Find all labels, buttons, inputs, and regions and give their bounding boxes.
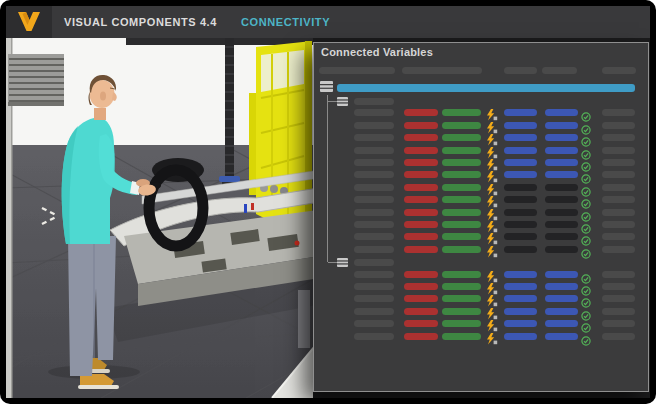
variable-name-pill <box>354 134 394 141</box>
server-row-bar[interactable] <box>337 84 635 92</box>
variable-name-pill <box>354 246 394 253</box>
variable-row[interactable] <box>314 306 648 318</box>
variable-row[interactable] <box>314 318 648 330</box>
ribbon-titlebar: VISUAL COMPONENTS 4.4 CONNECTIVITY <box>6 6 650 38</box>
server-value-pill <box>545 333 578 340</box>
lightning-bolt-icon <box>485 169 498 181</box>
update-value-pill <box>602 159 635 166</box>
variable-row[interactable] <box>314 194 648 206</box>
source-value-pill <box>404 308 438 315</box>
tab-connectivity[interactable]: CONNECTIVITY <box>241 16 330 28</box>
lightning-bolt-icon <box>485 157 498 169</box>
variable-row[interactable] <box>314 107 648 119</box>
update-value-pill <box>602 184 635 191</box>
simulation-value-pill <box>442 109 481 116</box>
server-value-pill <box>545 209 578 216</box>
simulation-value-pill <box>442 159 481 166</box>
variable-name-pill <box>354 196 394 203</box>
red-marker <box>295 241 300 246</box>
check-circle-icon <box>581 220 591 230</box>
variable-name-pill <box>354 184 394 191</box>
source-value-pill <box>404 295 438 302</box>
server-value-pill <box>545 171 578 178</box>
variable-row[interactable] <box>314 219 648 231</box>
variable-row[interactable] <box>314 231 648 243</box>
lightning-bolt-icon <box>485 331 498 343</box>
variable-row[interactable] <box>314 281 648 293</box>
variable-row[interactable] <box>314 293 648 305</box>
source-value-pill <box>404 320 438 327</box>
server-variable-pill <box>504 308 537 315</box>
variable-row[interactable] <box>314 182 648 194</box>
variable-group-icon[interactable] <box>337 258 348 267</box>
server-variable-pill <box>504 184 537 191</box>
table-leg <box>298 290 310 348</box>
simulation-value-pill <box>442 122 481 129</box>
variable-name-pill <box>354 320 394 327</box>
simulation-value-pill <box>442 147 481 154</box>
update-value-pill <box>602 196 635 203</box>
check-circle-icon <box>581 170 591 180</box>
variable-row[interactable] <box>314 331 648 343</box>
source-value-pill <box>404 333 438 340</box>
variable-name-pill <box>354 233 394 240</box>
variable-row[interactable] <box>314 244 648 256</box>
server-node-icon[interactable] <box>320 81 333 92</box>
server-value-pill <box>545 147 578 154</box>
check-circle-icon <box>581 108 591 118</box>
visual-components-logo[interactable] <box>6 6 52 38</box>
variable-row[interactable] <box>314 132 648 144</box>
server-variable-pill <box>504 134 537 141</box>
update-value-pill <box>602 233 635 240</box>
variable-name-pill <box>354 122 394 129</box>
variable-row[interactable] <box>314 145 648 157</box>
variable-group-icon[interactable] <box>337 97 348 106</box>
variable-row[interactable] <box>314 207 648 219</box>
application-window: VISUAL COMPONENTS 4.4 CONNECTIVITY <box>0 0 656 404</box>
variable-row[interactable] <box>314 169 648 181</box>
source-value-pill <box>404 147 438 154</box>
source-value-pill <box>404 171 438 178</box>
update-value-pill <box>602 209 635 216</box>
variable-row[interactable] <box>314 157 648 169</box>
server-variable-pill <box>504 283 537 290</box>
source-value-pill <box>404 134 438 141</box>
column-header-placeholder <box>402 67 482 74</box>
variable-row[interactable] <box>314 120 648 132</box>
simulation-value-pill <box>442 221 481 228</box>
source-value-pill <box>404 159 438 166</box>
update-value-pill <box>602 171 635 178</box>
connected-variables-panel: Connected Variables <box>313 42 649 392</box>
simulation-value-pill <box>442 171 481 178</box>
source-value-pill <box>404 221 438 228</box>
server-variable-pill <box>504 271 537 278</box>
source-value-pill <box>404 246 438 253</box>
simulation-value-pill <box>442 209 481 216</box>
lightning-bolt-icon <box>485 207 498 219</box>
source-value-pill <box>404 209 438 216</box>
jeans <box>68 236 116 376</box>
lightning-bolt-icon <box>485 269 498 281</box>
source-value-pill <box>404 196 438 203</box>
source-value-pill <box>404 271 438 278</box>
server-variable-pill <box>504 109 537 116</box>
check-circle-icon <box>581 307 591 317</box>
update-value-pill <box>602 283 635 290</box>
server-variable-pill <box>504 171 537 178</box>
check-circle-icon <box>581 282 591 292</box>
check-circle-icon <box>581 319 591 329</box>
server-value-pill <box>545 159 578 166</box>
group-name-placeholder <box>354 98 394 105</box>
column-header-placeholder <box>602 67 636 74</box>
update-value-pill <box>602 308 635 315</box>
simulation-value-pill <box>442 271 481 278</box>
lightning-bolt-icon <box>485 145 498 157</box>
source-value-pill <box>404 122 438 129</box>
app-title: VISUAL COMPONENTS 4.4 <box>64 16 217 28</box>
variable-name-pill <box>354 147 394 154</box>
lightning-bolt-icon <box>485 293 498 305</box>
connected-variables-body <box>314 43 648 391</box>
variable-row[interactable] <box>314 269 648 281</box>
source-value-pill <box>404 184 438 191</box>
simulation-value-pill <box>442 295 481 302</box>
